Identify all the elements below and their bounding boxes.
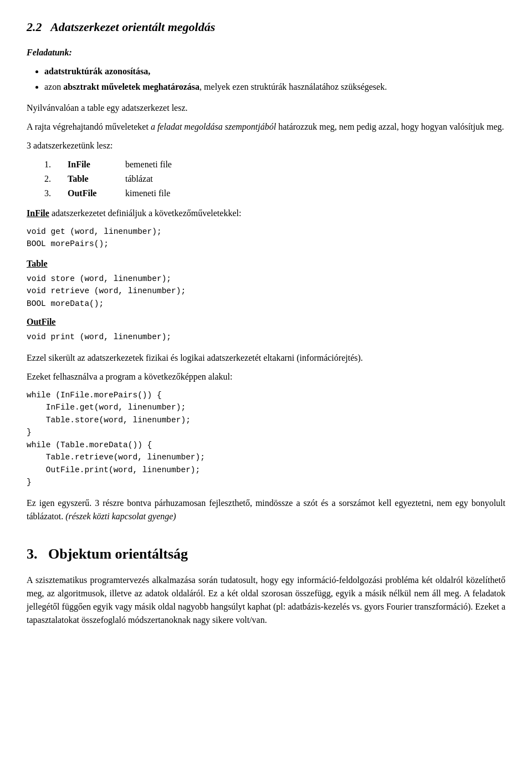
ezzel-paragraph: Ezzel sikerült az adatszerkezetek fizika… [27, 351, 505, 365]
item1-label: InFile [68, 158, 112, 171]
nyilvan-text: Nyilvánvalóan a table egy adatszerkezet … [27, 103, 188, 113]
section-heading: 2.2 Adatszerkezet orientált megoldás [27, 18, 505, 36]
section-number: 2.2 [27, 20, 42, 34]
feladatunk-label-line: Feladatunk: [27, 46, 505, 59]
list-item-2: 2. Table táblázat [44, 172, 505, 186]
item1-desc: bemeneti file [125, 158, 172, 171]
feladatunk-block: Feladatunk: adatstruktúrák azonosítása, … [27, 46, 505, 94]
ezeket-paragraph: Ezeket felhasználva a program a következ… [27, 370, 505, 384]
feladatunk-item-2: azon absztrakt műveletek meghatározása, … [44, 80, 505, 94]
item2-num: 2. [44, 172, 54, 186]
feladatunk-item2-start: azon [44, 82, 63, 91]
harom-text: 3 adatszerkezetünk lesz: [27, 141, 112, 150]
rajta-paragraph: A rajta végrehajtandó műveleteket a fela… [27, 120, 505, 134]
item3-desc: kimeneti file [125, 187, 170, 200]
feladatunk-item2-end: , melyek ezen struktúrák használatához s… [200, 82, 387, 91]
section-title: Adatszerkezet orientált megoldás [50, 20, 215, 34]
list-item-3: 3. OutFile kimeneti file [44, 187, 505, 200]
item1-num: 1. [44, 158, 54, 171]
feladatunk-item-1: adatstruktúrák azonosítása, [44, 65, 505, 78]
section3-number: 3. [27, 546, 38, 562]
table-section: Table void store (word, linenumber); voi… [27, 257, 505, 310]
item3-label: OutFile [68, 187, 112, 200]
outfile-code: void print (word, linenumber); [27, 331, 505, 343]
nyilvan-paragraph: Nyilvánvalóan a table egy adatszerkezet … [27, 101, 505, 115]
section3-para1-text: A szisztematikus programtervezés alkalma… [27, 575, 505, 625]
rajta-end: határozzuk meg, nem pedig azzal, hogy ho… [276, 122, 504, 131]
table-label: Table [27, 259, 48, 268]
ezzel-text: Ezzel sikerült az adatszerkezetek fizika… [27, 353, 363, 362]
section3-title: Objektum orientáltság [48, 546, 188, 562]
item2-desc: táblázat [125, 172, 153, 186]
outfile-label: OutFile [27, 317, 55, 326]
table-code: void store (word, linenumber); void retr… [27, 273, 505, 310]
harom-paragraph: 3 adatszerkezetünk lesz: [27, 139, 505, 152]
ez-igen-paragraph: Ez igen egyszerű. 3 részre bontva párhuz… [27, 497, 505, 523]
item2-label: Table [68, 172, 112, 186]
structure-list: 1. InFile bemeneti file 2. Table tábláza… [44, 158, 505, 200]
section3-para1: A szisztematikus programtervezés alkalma… [27, 574, 505, 627]
infile-label: InFile [27, 208, 49, 218]
feladatunk-list: adatstruktúrák azonosítása, azon absztra… [44, 65, 505, 94]
section3-heading: 3. Objektum orientáltság [27, 543, 505, 565]
feladatunk-label: Feladatunk: [27, 48, 72, 57]
rajta-italic: a feladat megoldása szempontjából [151, 122, 276, 131]
infile-intro: InFile adatszerkezetet definiáljuk a köv… [27, 207, 505, 220]
rajta-start: A rajta végrehajtandó műveleteket [27, 122, 151, 131]
feladatunk-item2-bold: absztrakt műveletek meghatározása [63, 82, 200, 91]
main-code: while (InFile.morePairs()) { InFile.get(… [27, 389, 505, 489]
item3-num: 3. [44, 187, 54, 200]
ez-italic-phrase: (részek közti kapcsolat gyenge) [65, 512, 176, 521]
infile-intro-end: adatszerkezetet definiáljuk a következőm… [49, 208, 242, 218]
outfile-section: OutFile void print (word, linenumber); [27, 315, 505, 343]
ezeket-text: Ezeket felhasználva a program a következ… [27, 372, 232, 381]
list-item-1: 1. InFile bemeneti file [44, 158, 505, 171]
feladatunk-item1-bold: adatstruktúrák azonosítása, [44, 67, 150, 76]
infile-code: void get (word, linenumber); BOOL morePa… [27, 226, 505, 250]
